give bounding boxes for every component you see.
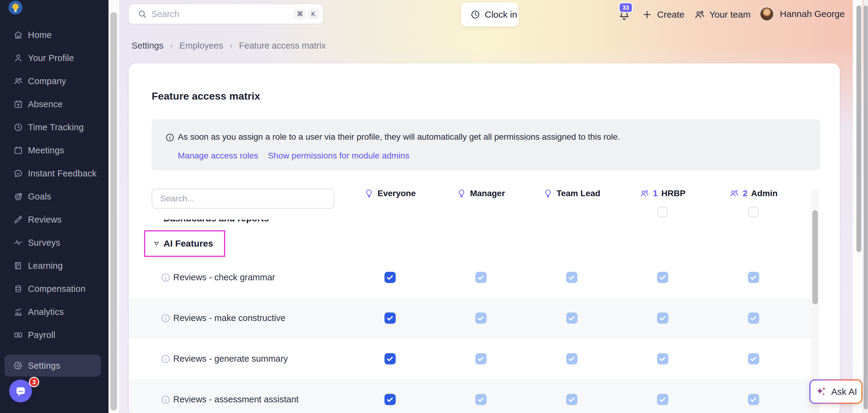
permission-checkbox[interactable] [475,394,487,405]
feature-access-matrix-card: Feature access matrix As soon as you ass… [129,64,840,413]
role-count: 2 [743,188,748,198]
pulse-icon [13,238,23,247]
info-banner: As soon as you assign a role to a user v… [152,119,820,170]
calendar-icon [13,145,23,155]
permission-checkbox[interactable] [566,394,578,405]
book-icon [13,261,23,271]
notifications-button[interactable]: 33 [617,2,644,27]
column-header-hrbp[interactable]: 1HRBP [640,185,686,202]
permission-checkbox[interactable] [384,353,396,365]
section-ai-features[interactable]: AI Features [129,230,840,257]
info-icon[interactable] [160,394,171,405]
sidebar-item-meetings[interactable]: Meetings [0,139,108,162]
show-module-admin-permissions-link[interactable]: Show permissions for module admins [268,151,409,161]
section-label[interactable]: Dashboards and reports [163,219,269,223]
column-label: Everyone [377,188,416,198]
chevron-right-icon: › [170,41,173,50]
sidebar-item-compensation[interactable]: Compensation [0,277,108,300]
info-icon[interactable] [160,272,171,283]
permission-checkbox[interactable] [748,353,759,365]
sidebar-item-reviews[interactable]: Reviews [0,208,108,231]
column-header-everyone[interactable]: Everyone [364,185,416,202]
feature-row-reviews-generate-summary: Reviews - generate summary [129,339,811,379]
clock-in-button[interactable]: Clock in [461,3,519,26]
ask-ai-button[interactable]: Ask AI [809,379,863,404]
column-header-manager[interactable]: Manager [457,185,505,202]
window-scrollbar-thumb[interactable] [864,5,868,409]
sparkles-icon [815,385,828,398]
permission-checkbox[interactable] [566,272,578,283]
create-label: Create [657,9,684,20]
info-icon [165,133,175,142]
lightbulb-icon [457,188,466,198]
global-search-input[interactable] [151,4,267,24]
permission-checkbox[interactable] [657,353,668,365]
sidebar-item-learning[interactable]: Learning [0,254,108,277]
chat-bubble-icon [14,385,27,398]
info-icon[interactable] [160,313,171,323]
sidebar-item-surveys[interactable]: Surveys [0,231,108,254]
sidebar-item-absence[interactable]: Absence [0,93,108,116]
cmd-key-hint: ⌘ [294,9,306,19]
chevron-right-icon: › [230,41,232,50]
permission-checkbox[interactable] [748,394,759,405]
people-icon [640,188,649,198]
sidebar-item-payroll[interactable]: Payroll [0,323,108,346]
your-team-button[interactable]: Your team [694,6,751,23]
select-all-checkbox-hrbp[interactable] [657,207,668,217]
chat-icon [13,169,23,178]
chat-widget-button[interactable] [9,380,32,402]
feature-row-reviews-make-constructive: Reviews - make constructive [129,298,811,339]
window-scrollbar-track [863,0,868,413]
banknote-icon [13,330,23,340]
section-label[interactable]: AI Features [163,238,213,249]
role-count: 1 [653,188,658,198]
sidebar-item-settings[interactable]: Settings [5,355,101,377]
create-button[interactable]: Create [642,6,684,23]
permission-checkbox[interactable] [384,272,396,283]
sidebar-item-company[interactable]: Company [0,70,108,93]
matrix-scrollbar-thumb[interactable] [812,210,818,304]
user-menu[interactable]: Hannah George [760,4,845,24]
permission-checkbox[interactable] [566,353,578,365]
sidebar-item-time-tracking[interactable]: Time Tracking [0,116,108,139]
chart-icon [13,307,23,317]
sidebar-nav: HomeYour ProfileCompanyAbsenceTime Track… [0,23,108,346]
page-scrollbar-thumb[interactable] [857,5,861,252]
permission-checkbox[interactable] [384,312,396,324]
permission-checkbox[interactable] [566,312,578,324]
content-scrollbar-thumb[interactable] [110,12,117,411]
permission-checkbox[interactable] [475,272,487,283]
section-dashboards-and-reports[interactable]: Dashboards and reports [129,219,840,230]
sidebar-item-instant-feedback[interactable]: Instant Feedback [0,162,108,185]
sidebar-item-label: Settings [28,361,60,371]
lightbulb-logo-icon [9,2,22,14]
page-scrollbar-track [853,0,863,413]
feature-label: Reviews - check grammar [173,272,275,282]
info-icon[interactable] [160,354,171,364]
permission-checkbox[interactable] [748,272,759,283]
company-logo[interactable] [8,1,23,14]
permission-checkbox[interactable] [748,312,759,324]
column-header-team-lead[interactable]: Team Lead [543,185,600,202]
sidebar-item-your-profile[interactable]: Your Profile [0,46,108,70]
breadcrumb-feature-access-matrix: Feature access matrix [239,41,326,51]
permission-checkbox[interactable] [384,394,396,405]
clock-icon [13,123,23,132]
select-all-checkbox-admin[interactable] [748,207,758,217]
permission-checkbox[interactable] [657,312,668,324]
sidebar-item-goals[interactable]: Goals [0,185,108,208]
permission-checkbox[interactable] [657,272,668,283]
sidebar-item-home[interactable]: Home [0,23,108,46]
sidebar-item-analytics[interactable]: Analytics [0,300,108,323]
permission-checkbox[interactable] [475,353,487,365]
manage-access-roles-link[interactable]: Manage access roles [178,151,258,161]
matrix-search-input[interactable] [152,189,334,208]
permission-checkbox[interactable] [475,312,487,324]
permission-checkbox[interactable] [657,394,668,405]
content-scrollbar-track [108,0,119,413]
breadcrumb-employees[interactable]: Employees [179,41,223,51]
matrix-search [152,188,334,209]
breadcrumb-settings[interactable]: Settings [132,41,163,51]
column-header-admin[interactable]: 2Admin [730,185,778,202]
